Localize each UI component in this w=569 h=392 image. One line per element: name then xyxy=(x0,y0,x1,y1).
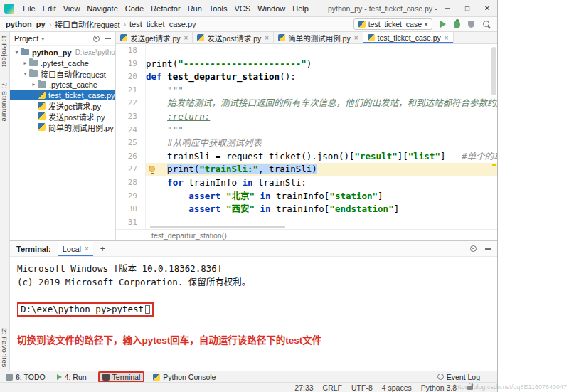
close-icon[interactable]: × xyxy=(445,34,449,42)
code-text: print("----------------------") xyxy=(146,58,497,71)
python-file-icon xyxy=(278,34,285,41)
editor-tab[interactable]: test_ticket_case.py× xyxy=(363,32,454,43)
terminal-output[interactable]: Microsoft Windows [版本 10.0.18362.836](c)… xyxy=(10,257,497,371)
close-icon[interactable]: × xyxy=(184,34,188,42)
code-line[interactable]: 27 print("trainSli:", trainSli) xyxy=(116,163,497,176)
project-tree-item[interactable]: ▾接口自动化request xyxy=(10,68,115,79)
close-icon[interactable]: × xyxy=(354,34,358,42)
line-ending[interactable]: CRLF xyxy=(323,383,342,392)
tree-item-label: 接口自动化request xyxy=(41,68,106,79)
menu-navigate[interactable]: Navigate xyxy=(83,4,121,13)
new-terminal-session-button[interactable]: + xyxy=(100,244,105,254)
project-tree-item[interactable]: 简单的测试用例.py xyxy=(10,122,115,132)
tool-window-button[interactable]: 2: Favorites xyxy=(1,328,9,368)
code-token: for xyxy=(167,177,184,188)
caret-position[interactable]: 27:33 xyxy=(294,383,313,392)
close-button[interactable]: ✕ xyxy=(477,0,497,16)
line-number: 23 xyxy=(116,110,146,124)
editor-tab[interactable]: 发送get请求.py× xyxy=(116,32,193,43)
close-icon[interactable]: × xyxy=(85,245,89,253)
toolwindow-button-6-todo[interactable]: 6: TODO xyxy=(6,373,46,381)
menu-run[interactable]: Run xyxy=(184,4,206,13)
menu-help[interactable]: Help xyxy=(289,4,312,13)
indent-style[interactable]: 4 spaces xyxy=(382,383,412,392)
close-icon[interactable]: × xyxy=(265,34,269,42)
breadcrumb-item[interactable]: test_ticket_case.py xyxy=(129,20,196,28)
menu-tools[interactable]: Tools xyxy=(206,4,231,13)
search-everywhere-icon[interactable] xyxy=(482,20,491,29)
run-config-icon xyxy=(358,21,366,28)
project-tree-item[interactable]: 发送post请求.py xyxy=(10,111,115,122)
editor-tab[interactable]: 简单的测试用例.py× xyxy=(274,32,363,43)
project-tree-item[interactable]: ▸.pytest_cache xyxy=(10,58,115,68)
horizontal-scrollbar[interactable] xyxy=(150,226,285,228)
warning-stripe-mark[interactable] xyxy=(492,164,496,166)
terminal-header: Terminal: Local × + xyxy=(10,241,497,257)
code-line[interactable]: 24 """ xyxy=(116,124,497,137)
tree-expanded-icon[interactable]: ▾ xyxy=(21,70,29,77)
code-line[interactable]: 29 assert "北京" in trainInfo["station"] xyxy=(116,190,497,203)
code-area[interactable]: 1819print("----------------------")20def… xyxy=(116,44,497,229)
menubar: FileEditViewNavigateCodeRefactorRunTools… xyxy=(19,4,312,13)
menu-code[interactable]: Code xyxy=(122,4,147,13)
project-tree-item[interactable]: ▾python_pyD:\exe\python_py xyxy=(10,47,115,58)
menu-vcs[interactable]: VCS xyxy=(231,4,255,13)
line-number: 30 xyxy=(116,203,146,216)
terminal-tab-local[interactable]: Local × xyxy=(58,241,93,256)
toolwindow-button-event-log[interactable]: Event Log xyxy=(437,373,480,381)
code-line[interactable]: 20def test_departur_station(): xyxy=(116,70,497,84)
menu-refactor[interactable]: Refactor xyxy=(147,4,184,13)
project-tree-item[interactable]: test_ticket_case.py xyxy=(10,90,115,100)
code-line[interactable]: 22 始发站测试，测试接口返回的所有车次信息，他们的出发站，和到达站都符合参数约… xyxy=(116,97,497,110)
code-line[interactable]: 21 """ xyxy=(116,84,497,97)
coverage-button[interactable] xyxy=(468,21,474,28)
code-line[interactable]: 25 #从响应中获取测试列表 xyxy=(116,137,497,150)
tree-item-label: .pytest_cache xyxy=(49,80,97,89)
code-token: #从响应中获取测试列表 xyxy=(146,137,262,148)
menu-window[interactable]: Window xyxy=(254,4,289,13)
code-line[interactable]: 19print("----------------------") xyxy=(116,58,497,71)
toolwindow-button-python-console[interactable]: Python Console xyxy=(153,373,216,381)
tool-window-button[interactable]: 1: Project xyxy=(1,35,9,67)
editor-breadcrumb[interactable]: test_departur_station() xyxy=(151,231,227,240)
run-button[interactable] xyxy=(440,21,446,28)
code-text xyxy=(146,44,497,58)
editor-tab[interactable]: 发送post请求.py× xyxy=(193,32,274,43)
project-tree-item[interactable]: 发送get请求.py xyxy=(10,100,115,111)
toolwindow-button-4-run[interactable]: 4: Run xyxy=(57,373,87,381)
menu-edit[interactable]: Edit xyxy=(39,4,60,13)
menu-view[interactable]: View xyxy=(60,4,84,13)
toolwindow-button-terminal[interactable]: Terminal xyxy=(98,371,145,383)
code-line[interactable]: 23 :return: xyxy=(116,110,497,124)
python-interpreter[interactable]: Python 3.8 xyxy=(421,383,457,392)
breadcrumb-item[interactable]: 接口自动化request xyxy=(55,18,120,30)
breadcrumb-item[interactable]: python_py xyxy=(6,20,46,28)
code-token xyxy=(255,203,260,214)
code-line[interactable]: 18 xyxy=(116,44,497,58)
code-line[interactable]: 26 trainSli = request_ticket().json()["r… xyxy=(116,150,497,164)
tool-window-button[interactable]: 7: Structure xyxy=(1,83,9,122)
menu-file[interactable]: File xyxy=(19,4,39,13)
hide-panel-icon[interactable] xyxy=(485,248,491,250)
hide-panel-icon[interactable] xyxy=(105,38,111,39)
file-encoding[interactable]: UTF-8 xyxy=(351,383,373,392)
tree-expanded-icon[interactable]: ▾ xyxy=(13,49,21,55)
tree-collapsed-icon[interactable]: ▸ xyxy=(21,60,29,66)
run-config-selector[interactable]: test_ticket_case ▾ xyxy=(353,18,432,30)
line-number: 29 xyxy=(116,190,146,203)
gear-icon[interactable] xyxy=(470,245,477,252)
gear-icon[interactable] xyxy=(93,36,100,42)
maximize-button[interactable]: □ xyxy=(457,0,477,16)
code-line[interactable]: 30 assert "西安" in trainInfo["endstation"… xyxy=(116,203,497,216)
vertical-scrollbar[interactable] xyxy=(491,47,496,95)
project-panel-title[interactable]: Project xyxy=(14,34,38,43)
tree-collapsed-icon[interactable]: ▸ xyxy=(30,81,38,88)
code-text: 始发站测试，测试接口返回的所有车次信息，他们的出发站，和到达站都符合参数约定 xyxy=(146,97,497,110)
minimize-button[interactable]: ─ xyxy=(437,0,457,16)
titlebar: FileEditViewNavigateCodeRefactorRunTools… xyxy=(0,0,497,17)
project-tree-item[interactable]: ▸.pytest_cache xyxy=(10,79,115,90)
code-line[interactable]: 28 for trainInfo in trainSli: xyxy=(116,176,497,190)
chevron-down-icon: ▾ xyxy=(41,36,44,42)
debug-button[interactable] xyxy=(454,21,460,28)
code-token: "西安" xyxy=(226,203,255,214)
